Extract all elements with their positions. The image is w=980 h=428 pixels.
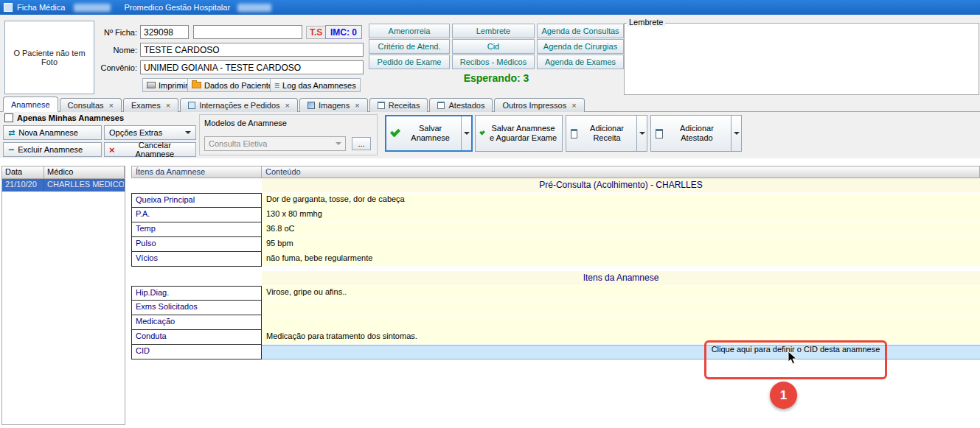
tab-internac-o-es-e-pedidos[interactable]: Internações e Pedidos× — [180, 98, 298, 112]
quick-button-recibos-me-dicos[interactable]: Recibos - Médicos — [452, 55, 535, 69]
quick-button-amenorreia[interactable]: Amenorreia — [369, 24, 450, 38]
tab-exames[interactable]: Exames× — [123, 98, 178, 112]
anamnese-item-value[interactable] — [262, 315, 980, 330]
atestado-dropdown-button[interactable] — [731, 115, 742, 152]
nome-input[interactable] — [140, 43, 364, 57]
tab-close-icon[interactable]: × — [166, 101, 170, 110]
anamnese-item-value[interactable]: 130 x 80 mmhg — [262, 208, 980, 222]
doc-icon — [378, 102, 385, 109]
receita-dropdown-button[interactable] — [636, 115, 647, 152]
tab-close-icon[interactable]: × — [355, 101, 359, 110]
quick-button-agenda-de-cirurgias[interactable]: Agenda de Cirurgias — [537, 39, 624, 54]
secondary-input[interactable] — [193, 25, 302, 39]
excluir-anamnese-button[interactable]: − Excluir Anamnese — [3, 142, 102, 157]
anamnese-item-value[interactable]: não fuma, bebe regularmente — [262, 252, 980, 267]
tab-imagens[interactable]: Imagens× — [299, 98, 368, 112]
dados-paciente-button[interactable]: Dados do Paciente — [187, 78, 277, 92]
anamnese-col-itens[interactable]: Ítens da Anamnese — [131, 166, 262, 178]
ts-button[interactable]: T.S — [306, 26, 326, 39]
adicionar-receita-split-button: Adicionar Receita — [566, 115, 647, 152]
tab-close-icon[interactable]: × — [109, 101, 114, 110]
tab-atestados[interactable]: Atestados — [429, 98, 493, 112]
ficha-medica-window: Ficha Médica Promedico Gestão Hospitalar… — [0, 0, 980, 428]
cancelar-anamnese-button[interactable]: × Cancelar Anamnese — [104, 142, 196, 157]
ficha-input[interactable] — [140, 25, 189, 39]
anamnese-item-label: Temp — [131, 222, 262, 237]
history-header: Data Médico — [2, 166, 125, 179]
quick-button-pedido-de-exame[interactable]: Pedido de Exame — [369, 55, 450, 69]
modelos-label: Modelos de Anamnese — [204, 119, 287, 127]
anamnese-item-value[interactable]: Dor de garganta, tosse, dor de cabeça — [262, 193, 980, 208]
chevron-down-icon — [185, 131, 191, 134]
anamnese-item-value[interactable] — [262, 301, 980, 315]
mouse-cursor-icon — [788, 351, 798, 365]
imprimir-button[interactable]: Imprimir — [142, 78, 192, 92]
history-col-data[interactable]: Data — [2, 166, 44, 179]
checkbox-icon[interactable] — [4, 113, 13, 122]
anamnese-item-label: Queixa Principal — [131, 193, 262, 208]
window-icon — [4, 3, 13, 12]
redacted-text — [74, 4, 111, 12]
printer-icon — [147, 82, 156, 88]
anamnese-section-row: Pré-Consulta (Acolhimento) - CHARLLES — [131, 178, 980, 193]
quick-button-crite-rio-de-atend[interactable]: Critério de Atend. — [369, 39, 450, 54]
quick-button-cid[interactable]: Cid — [452, 39, 535, 54]
opcoes-label: Opções Extras — [109, 128, 162, 137]
history-row[interactable]: 21/10/20CHARLLES MEDICO — [2, 179, 125, 192]
tab-anamnese[interactable]: Anamnese — [3, 97, 58, 112]
chevron-down-icon — [734, 132, 740, 135]
convenio-label: Convênio: — [71, 63, 137, 72]
tab-close-icon[interactable]: × — [285, 101, 290, 110]
salvar-anamnese-button[interactable]: Salvar Anamnese — [386, 116, 461, 150]
quick-button-agenda-de-consultas[interactable]: Agenda de Consultas — [537, 24, 624, 38]
quick-button-lembrete[interactable]: Lembrete — [452, 24, 535, 38]
modelos-select[interactable]: Consulta Eletiva — [204, 136, 346, 151]
adicionar-atestado-split-button: Adicionar Atestado — [650, 115, 742, 152]
anamnese-section-spacer — [131, 178, 262, 193]
quick-buttons-grid: AmenorreiaLembreteAgenda de ConsultasCri… — [369, 24, 624, 69]
excluir-label: Excluir Anamnese — [18, 145, 83, 154]
apenas-minhas-checkbox[interactable]: Apenas Minhas Anamneses — [4, 113, 124, 122]
salvar-aguardar-label: Salvar Anamnese e Aguardar Exame — [489, 124, 557, 143]
anamnese-item-value[interactable]: 95 bpm — [262, 237, 980, 252]
quick-button-agenda-de-exames[interactable]: Agenda de Exames — [537, 55, 624, 69]
anamnese-item-value[interactable]: 36.8 oC — [262, 222, 980, 237]
anamnese-toolbar: Apenas Minhas Anamneses ⇄ Nova Anamnese … — [0, 112, 980, 158]
atestado-doc-icon — [656, 129, 663, 138]
tab-close-icon[interactable]: × — [571, 101, 576, 110]
atestado-label: Adicionar Atestado — [667, 124, 726, 143]
adicionar-atestado-button[interactable]: Adicionar Atestado — [650, 115, 731, 152]
anamnese-rows: Pré-Consulta (Acolhimento) - CHARLLESQue… — [131, 178, 980, 359]
opcoes-extras-button[interactable]: Opções Extras — [104, 125, 196, 140]
adicionar-receita-button[interactable]: Adicionar Receita — [566, 115, 636, 152]
lembrete-box[interactable] — [624, 23, 979, 95]
salvar-label: Salvar Anamnese — [404, 124, 456, 143]
tab-label: Atestados — [448, 101, 484, 110]
minus-icon: − — [8, 146, 14, 153]
history-col-medico[interactable]: Médico — [44, 166, 125, 179]
doc-icon — [437, 102, 445, 109]
cancel-x-icon: × — [109, 146, 115, 154]
receita-label: Adicionar Receita — [582, 124, 632, 143]
salvar-dropdown-button[interactable] — [461, 116, 471, 150]
tab-label: Receitas — [389, 101, 420, 110]
log-anamneses-button[interactable]: ≡ Log das Anamneses — [270, 78, 361, 92]
imc-indicator: IMC: 0 — [325, 25, 362, 39]
modelos-more-button[interactable]: ... — [352, 137, 371, 150]
tab-consultas[interactable]: Consultas× — [60, 98, 122, 112]
convenio-input[interactable] — [140, 60, 364, 74]
salvar-aguardar-exame-button[interactable]: Salvar Anamnese e Aguardar Exame — [475, 115, 563, 152]
tab-outros-impressos[interactable]: Outros Impressos× — [494, 98, 584, 112]
patient-panel: O Paciente não tem Foto Nº Ficha: T.S IM… — [0, 15, 980, 97]
anamnese-item-label: Conduta — [131, 330, 262, 345]
tab-receitas[interactable]: Receitas — [369, 98, 428, 112]
checkbox-label: Apenas Minhas Anamneses — [17, 113, 124, 122]
nova-anamnese-button[interactable]: ⇄ Nova Anamnese — [3, 125, 102, 140]
anamnese-item-row: Hip.Diag.Virose, gripe ou afins.. — [131, 286, 980, 301]
anamnese-section-spacer — [131, 271, 262, 286]
anamnese-item-label: Medicação — [131, 315, 262, 330]
titlebar[interactable]: Ficha Médica Promedico Gestão Hospitalar — [0, 0, 980, 15]
anamnese-item-value[interactable]: Virose, gripe ou afins.. — [262, 286, 980, 301]
anamnese-item-label: Hip.Diag. — [131, 286, 262, 301]
anamnese-col-conteudo[interactable]: Conteúdo — [261, 166, 980, 178]
